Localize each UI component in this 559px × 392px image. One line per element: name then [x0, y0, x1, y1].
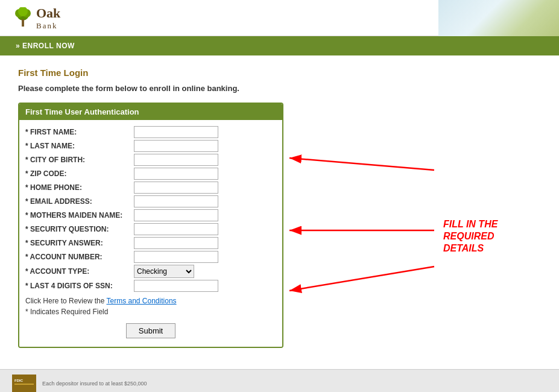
security-answer-label: * SECURITY ANSWER:	[25, 239, 134, 247]
first-name-row: * FIRST NAME:	[25, 126, 276, 138]
annotation-arrows: FILL IN THE REQUIRED DETAILS	[265, 110, 543, 363]
zip-code-input[interactable]	[134, 168, 218, 180]
terms-link[interactable]: Terms and Conditions	[107, 297, 177, 305]
terms-prefix-text: Click Here to Review the	[25, 297, 107, 305]
email-address-input[interactable]	[134, 195, 218, 207]
svg-line-6	[289, 158, 434, 170]
ssn-input[interactable]	[134, 280, 218, 292]
first-name-label: * FIRST NAME:	[25, 128, 134, 136]
logo-bank-text: Bank	[36, 21, 60, 31]
submit-button[interactable]: Submit	[126, 323, 175, 338]
enrollment-form-container: First Time User Authentication * FIRST N…	[18, 103, 283, 348]
mothers-maiden-name-input[interactable]	[134, 209, 218, 221]
security-question-input[interactable]	[134, 223, 218, 235]
city-of-birth-label: * CITY OF BIRTH:	[25, 156, 134, 164]
ssn-row: * LAST 4 DIGITS OF SSN:	[25, 280, 276, 292]
required-note: * Indicates Required Field	[25, 308, 276, 316]
account-number-label: * ACCOUNT NUMBER:	[25, 253, 134, 261]
first-name-input[interactable]	[134, 126, 218, 138]
svg-text:FDIC: FDIC	[14, 379, 24, 382]
form-header: First Time User Authentication	[19, 104, 282, 120]
form-body: * FIRST NAME: * LAST NAME: * CITY OF BIR…	[19, 120, 282, 347]
page-subtitle: Please complete the form below to enroll…	[18, 84, 541, 93]
submit-row: Submit	[25, 323, 276, 338]
last-name-input[interactable]	[134, 140, 218, 152]
terms-row: Click Here to Review the Terms and Condi…	[25, 297, 276, 305]
header-decorative-image	[438, 0, 559, 36]
svg-text:REQUIRED: REQUIRED	[443, 231, 494, 241]
enroll-now-button[interactable]: » ENROLL NOW	[7, 39, 83, 52]
security-answer-input[interactable]	[134, 237, 218, 249]
ssn-label: * LAST 4 DIGITS OF SSN:	[25, 282, 134, 290]
zip-code-label: * ZIP CODE:	[25, 169, 134, 178]
mothers-maiden-name-label: * MOTHERS MAIDEN NAME:	[25, 211, 134, 220]
last-name-row: * LAST NAME:	[25, 140, 276, 152]
home-phone-row: * HOME PHONE:	[25, 182, 276, 194]
city-of-birth-input[interactable]	[134, 154, 218, 166]
navbar: » ENROLL NOW	[0, 36, 559, 55]
email-address-row: * EMAIL ADDRESS:	[25, 195, 276, 207]
header: Oak Bank	[0, 0, 559, 36]
main-content: First Time Login Please complete the for…	[0, 55, 559, 369]
oak-tree-icon	[12, 7, 34, 29]
fdic-logo: FDIC	[12, 375, 36, 392]
enroll-label: ENROLL NOW	[22, 42, 75, 50]
svg-rect-1	[22, 19, 24, 27]
home-phone-input[interactable]	[134, 182, 218, 194]
security-question-row: * SECURITY QUESTION:	[25, 223, 276, 235]
logo-area: Oak Bank	[12, 5, 60, 31]
footer-text: Each depositor insured to at least $250,…	[42, 381, 147, 387]
account-type-label: * ACCOUNT TYPE:	[25, 267, 134, 276]
home-phone-label: * HOME PHONE:	[25, 183, 134, 192]
logo-oak-text: Oak	[36, 5, 60, 21]
mothers-maiden-name-row: * MOTHERS MAIDEN NAME:	[25, 209, 276, 221]
account-number-row: * ACCOUNT NUMBER:	[25, 251, 276, 263]
city-of-birth-row: * CITY OF BIRTH:	[25, 154, 276, 166]
zip-code-row: * ZIP CODE:	[25, 168, 276, 180]
account-type-row: * ACCOUNT TYPE: Checking Savings	[25, 265, 276, 278]
account-type-select[interactable]: Checking Savings	[134, 265, 194, 278]
enroll-arrows-icon: »	[16, 42, 20, 50]
svg-line-8	[289, 267, 434, 291]
last-name-label: * LAST NAME:	[25, 142, 134, 150]
svg-rect-14	[14, 384, 34, 385]
email-address-label: * EMAIL ADDRESS:	[25, 197, 134, 206]
security-answer-row: * SECURITY ANSWER:	[25, 237, 276, 249]
footer: FDIC Each depositor insured to at least …	[0, 369, 559, 392]
page-title: First Time Login	[18, 68, 541, 78]
account-number-input[interactable]	[134, 251, 218, 263]
svg-text:FILL IN THE: FILL IN THE	[443, 219, 499, 229]
security-question-label: * SECURITY QUESTION:	[25, 225, 134, 233]
svg-text:DETAILS: DETAILS	[443, 243, 484, 253]
